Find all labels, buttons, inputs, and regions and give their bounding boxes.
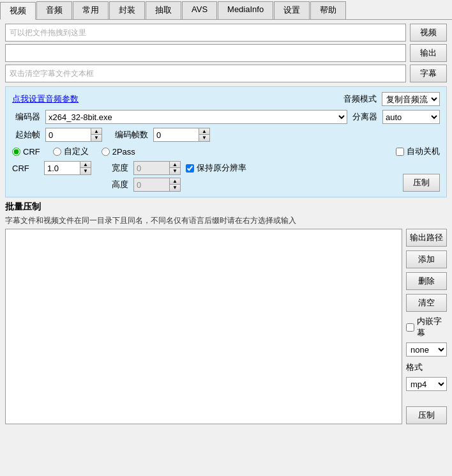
crf-down[interactable]: ▼	[80, 168, 91, 174]
keep-ratio-checkbox[interactable]	[186, 164, 194, 173]
crf-wh-row: CRF ▲ ▼ 宽度 ▲ ▼	[12, 161, 440, 192]
custom-radio-label: 自定义	[64, 146, 89, 157]
width-row: 宽度 ▲ ▼ 保持原分辨率	[110, 161, 246, 175]
batch-list-area[interactable]	[5, 229, 402, 424]
format-label: 格式	[406, 362, 447, 373]
batch-compress-button[interactable]: 压制	[406, 406, 447, 424]
tab-mediainfo[interactable]: MediaInfo	[218, 1, 273, 19]
tab-video[interactable]: 视频	[0, 2, 36, 20]
embed-subtitle-label: 内嵌字幕	[417, 316, 447, 339]
start-frame-up[interactable]: ▲	[91, 128, 102, 135]
start-frame-down[interactable]: ▼	[91, 135, 102, 141]
file-drop-area[interactable]: 可以把文件拖拽到这里	[5, 24, 406, 42]
encoder-select[interactable]: x264_32-8bit.exe x264_64-8bit.exe x265_3…	[45, 110, 347, 124]
audio-settings-link[interactable]: 点我设置音频参数	[12, 93, 79, 105]
crf-radio-item[interactable]: CRF	[12, 147, 40, 157]
tab-settings[interactable]: 设置	[274, 1, 310, 19]
batch-right: 输出路径 添加 删除 清空 内嵌字幕 none zh en ja 格式 mp4	[406, 229, 447, 424]
audio-mode-label: 音频模式	[343, 93, 377, 105]
encode-frames-input[interactable]	[154, 128, 199, 141]
audio-mode-select[interactable]: 复制音频流 无音频 编码音频	[382, 92, 440, 106]
crf-spin-buttons: ▲ ▼	[80, 162, 91, 174]
encode-frames-down[interactable]: ▼	[199, 135, 209, 141]
start-frame-label: 起始帧	[12, 129, 40, 141]
crf-up[interactable]: ▲	[80, 162, 91, 168]
format-select[interactable]: mp4 mkv avi	[406, 377, 447, 391]
tab-common[interactable]: 常用	[73, 1, 109, 19]
encode-frames-up[interactable]: ▲	[199, 128, 209, 135]
tab-avs[interactable]: AVS	[182, 1, 217, 19]
tab-audio[interactable]: 音频	[36, 1, 72, 19]
auto-shutdown-label: 自动关机	[407, 146, 440, 157]
crf-spinner: ▲ ▼	[44, 161, 91, 175]
compress-btn-wrapper: 压制	[403, 174, 440, 192]
start-frame-input[interactable]	[46, 128, 91, 141]
encode-frames-spinner: ▲ ▼	[153, 128, 210, 142]
output-field[interactable]	[5, 44, 406, 62]
radio-row: CRF 自定义 2Pass 自动关机	[12, 146, 440, 157]
output-button[interactable]: 输出	[410, 44, 447, 62]
width-up[interactable]: ▲	[170, 162, 180, 168]
audio-mode-row: 音频模式 复制音频流 无音频 编码音频	[343, 92, 440, 106]
custom-radio[interactable]	[53, 148, 61, 156]
subtitle-button[interactable]: 字幕	[410, 65, 447, 82]
subtitle-field[interactable]: 双击清空字幕文件文本框	[5, 65, 406, 82]
add-button[interactable]: 添加	[406, 250, 447, 268]
crf-col: CRF ▲ ▼	[12, 161, 91, 175]
compress-button[interactable]: 压制	[403, 174, 440, 192]
batch-main: 输出路径 添加 删除 清空 内嵌字幕 none zh en ja 格式 mp4	[5, 229, 447, 424]
embed-subtitle-item[interactable]: 内嵌字幕	[406, 316, 447, 339]
height-down[interactable]: ▼	[170, 185, 180, 191]
delete-button[interactable]: 删除	[406, 272, 447, 290]
height-label: 高度	[110, 179, 128, 190]
embed-subtitle-checkbox[interactable]	[406, 323, 414, 332]
encoder-label: 编码器	[12, 111, 40, 123]
subtitle-lang-select[interactable]: none zh en ja	[406, 342, 447, 357]
main-content: 可以把文件拖拽到这里 视频 输出 双击清空字幕文件文本框 字幕 点我设置音频参数…	[0, 20, 452, 428]
crf-radio[interactable]	[12, 148, 20, 156]
separator-select[interactable]: auto lavf haali	[382, 110, 440, 124]
auto-shutdown-checkbox[interactable]	[396, 148, 404, 156]
video-button[interactable]: 视频	[410, 24, 447, 42]
twopass-radio-label: 2Pass	[112, 147, 135, 157]
subtitle-right-buttons: 字幕	[410, 65, 447, 82]
tab-extract[interactable]: 抽取	[146, 1, 181, 19]
output-row: 输出	[5, 44, 447, 62]
twopass-radio[interactable]	[102, 148, 110, 156]
output-right-buttons: 输出	[410, 44, 447, 62]
custom-radio-item[interactable]: 自定义	[53, 146, 89, 157]
top-right-buttons: 视频	[410, 24, 447, 42]
crf-input[interactable]	[45, 162, 80, 174]
separator-label: 分离器	[352, 111, 377, 123]
height-input[interactable]	[134, 178, 169, 191]
batch-section: 批量压制 字幕文件和视频文件在同一目录下且同名，不同名仅有语言后缀时请在右方选择…	[5, 201, 447, 424]
keep-ratio-item[interactable]: 保持原分辨率	[186, 162, 246, 174]
encode-frames-spin-buttons: ▲ ▼	[199, 128, 209, 141]
audio-link-row: 点我设置音频参数 音频模式 复制音频流 无音频 编码音频	[12, 92, 440, 106]
height-row: 高度 ▲ ▼	[110, 178, 246, 192]
tab-help[interactable]: 帮助	[310, 1, 346, 19]
width-label: 宽度	[110, 162, 128, 174]
keep-ratio-label: 保持原分辨率	[197, 162, 246, 174]
width-input[interactable]	[134, 162, 169, 174]
width-spin-buttons: ▲ ▼	[169, 162, 180, 174]
subtitle-placeholder: 双击清空字幕文件文本框	[10, 68, 94, 79]
subtitle-row: 双击清空字幕文件文本框 字幕	[5, 65, 447, 82]
frame-row: 起始帧 ▲ ▼ 编码帧数 ▲ ▼	[12, 128, 440, 142]
twopass-radio-item[interactable]: 2Pass	[102, 147, 135, 157]
height-spinner: ▲ ▼	[133, 178, 181, 192]
clear-button[interactable]: 清空	[406, 294, 447, 312]
height-up[interactable]: ▲	[170, 178, 180, 185]
auto-shutdown-item[interactable]: 自动关机	[396, 146, 440, 157]
width-down[interactable]: ▼	[170, 168, 180, 174]
width-spinner: ▲ ▼	[133, 161, 181, 175]
output-path-button[interactable]: 输出路径	[406, 229, 447, 247]
file-drop-placeholder: 可以把文件拖拽到这里	[10, 27, 86, 38]
encoder-section: 点我设置音频参数 音频模式 复制音频流 无音频 编码音频 编码器 x264_32…	[5, 86, 447, 197]
crf-label: CRF	[12, 164, 40, 173]
batch-header: 批量压制	[5, 201, 447, 213]
start-frame-spin-buttons: ▲ ▼	[91, 128, 102, 141]
start-frame-spinner: ▲ ▼	[45, 128, 102, 142]
tab-bar: 视频 音频 常用 封装 抽取 AVS MediaInfo 设置 帮助	[0, 0, 452, 20]
tab-cover[interactable]: 封装	[109, 1, 145, 19]
